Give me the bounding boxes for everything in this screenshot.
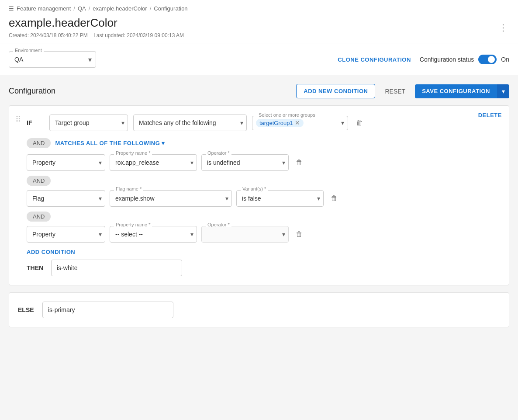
type-select-wrapper-1: Property Flag ▾	[27, 154, 105, 171]
condition-row-3: Property Flag ▾ Property name * -- selec…	[18, 226, 500, 243]
target-group-select-wrapper: Target group ▾	[49, 115, 128, 131]
groups-chevron-icon: ▾	[341, 119, 344, 126]
type-select-1[interactable]: Property Flag	[27, 154, 105, 171]
reset-button[interactable]: RESET	[380, 84, 411, 98]
environment-label: Environment	[13, 48, 44, 53]
operator-select-1[interactable]: is undefined	[201, 154, 289, 171]
save-config-group: SAVE CONFIGURATION ▾	[415, 84, 509, 98]
operator-select-3[interactable]	[201, 226, 289, 243]
groups-label: Select one or more groups	[257, 112, 317, 118]
add-new-condition-button[interactable]: ADD NEW CONDITION	[296, 84, 375, 98]
variant-select[interactable]: is false	[236, 190, 324, 207]
matches-select-wrapper: Matches any of the following ▾	[133, 115, 247, 131]
matches-select[interactable]: Matches any of the following	[133, 115, 247, 131]
flag-name-select-wrapper: Flag name * example.show ▾	[110, 190, 232, 207]
condition-row-2-trash-button[interactable]: 🗑	[328, 192, 340, 205]
breadcrumb-qa[interactable]: QA	[78, 5, 86, 12]
type-select-2[interactable]: Property Flag	[27, 190, 105, 207]
breadcrumb-feature-management[interactable]: Feature management	[17, 5, 71, 12]
config-header: Configuration ADD NEW CONDITION RESET SA…	[9, 84, 509, 98]
breadcrumb-feature-name[interactable]: example.headerColor	[93, 5, 147, 12]
then-input[interactable]	[51, 260, 182, 276]
configuration-status-label: Configuration status	[420, 56, 474, 63]
save-configuration-button[interactable]: SAVE CONFIGURATION	[415, 84, 497, 98]
and-badge-3: AND	[27, 212, 51, 222]
condition-row-1-trash-button[interactable]: 🗑	[293, 156, 305, 169]
and-matches-row: AND MATCHES ALL OF THE FOLLOWING ▾	[18, 138, 500, 148]
environment-bar: Environment QA ▾ CLONE CONFIGURATION Con…	[0, 44, 518, 75]
then-row: THEN	[18, 260, 500, 276]
if-row: IF Target group ▾ Matches any of the fol…	[18, 115, 500, 131]
matches-all-chevron-icon: ▾	[162, 140, 165, 146]
configuration-status-toggle[interactable]	[478, 55, 497, 64]
meta-info: Created: 2024/03/18 05:40:22 PM Last upd…	[9, 32, 184, 38]
breadcrumb-menu-icon[interactable]: ☰	[9, 5, 14, 12]
prop-name-select-wrapper-1: Property name * rox.app_release ▾	[110, 154, 197, 171]
and-badge-2: AND	[27, 176, 51, 186]
clone-configuration-button[interactable]: CLONE CONFIGURATION	[338, 56, 411, 63]
else-label: ELSE	[18, 306, 35, 313]
and-badge-3-wrapper: AND	[18, 213, 500, 220]
delete-button[interactable]: DELETE	[478, 112, 502, 118]
target-group-select[interactable]: Target group	[49, 115, 128, 131]
and-badge-2-wrapper: AND	[18, 177, 500, 184]
more-options-button[interactable]: ⋮	[497, 21, 509, 35]
configuration-status: Configuration status On	[420, 55, 509, 64]
if-row-trash-button[interactable]: 🗑	[353, 116, 366, 129]
and-badge: AND	[27, 138, 51, 148]
page-title: example.headerColor	[9, 16, 184, 30]
else-input[interactable]	[42, 302, 173, 318]
condition-row-3-trash-button[interactable]: 🗑	[293, 228, 305, 241]
groups-input-wrapper[interactable]: Select one or more groups targetGroup1 ✕…	[252, 116, 348, 130]
configuration-status-value: On	[501, 56, 509, 63]
drag-handle-icon[interactable]: ⠿	[15, 115, 21, 124]
variant-select-wrapper: Variant(s) * is false ▾	[236, 190, 324, 207]
environment-select[interactable]: QA	[9, 51, 96, 68]
prop-name-select-1[interactable]: rox.app_release	[110, 154, 197, 171]
flag-name-select[interactable]: example.show	[110, 190, 232, 207]
breadcrumb-configuration: Configuration	[154, 5, 187, 12]
condition-row-2: Property Flag ▾ Flag name * example.show…	[18, 190, 500, 207]
main-content: Configuration ADD NEW CONDITION RESET SA…	[0, 75, 518, 336]
condition-row-1: Property Flag ▾ Property name * rox.app_…	[18, 154, 500, 171]
config-actions: ADD NEW CONDITION RESET SAVE CONFIGURATI…	[296, 84, 509, 98]
breadcrumb: ☰ Feature management / QA / example.head…	[9, 5, 509, 12]
type-select-wrapper-3: Property Flag ▾	[27, 226, 105, 243]
add-condition-link-button[interactable]: ADD CONDITION	[18, 249, 75, 255]
else-section: ELSE	[9, 292, 509, 327]
matches-all-button[interactable]: MATCHES ALL OF THE FOLLOWING ▾	[55, 140, 165, 146]
prop-name-select-wrapper-3: Property name * -- select -- ▾	[110, 226, 197, 243]
target-group-chip: targetGroup1 ✕	[256, 119, 304, 127]
configuration-title: Configuration	[9, 87, 55, 96]
prop-name-select-3[interactable]: -- select --	[110, 226, 197, 243]
save-configuration-dropdown-button[interactable]: ▾	[497, 84, 509, 98]
if-label: IF	[27, 119, 44, 126]
env-bar-right: CLONE CONFIGURATION Configuration status…	[338, 55, 509, 64]
type-select-3[interactable]: Property Flag	[27, 226, 105, 243]
chip-close-button[interactable]: ✕	[295, 120, 300, 126]
operator-select-wrapper-3: Operator * ▾	[201, 226, 289, 243]
then-label: THEN	[27, 264, 44, 271]
environment-select-wrapper: Environment QA ▾	[9, 51, 96, 68]
condition-card: ⠿ DELETE IF Target group ▾ Matches any o…	[9, 105, 509, 285]
top-bar: ☰ Feature management / QA / example.head…	[0, 0, 518, 44]
operator-select-wrapper-1: Operator * is undefined ▾	[201, 154, 289, 171]
type-select-wrapper-2: Property Flag ▾	[27, 190, 105, 207]
